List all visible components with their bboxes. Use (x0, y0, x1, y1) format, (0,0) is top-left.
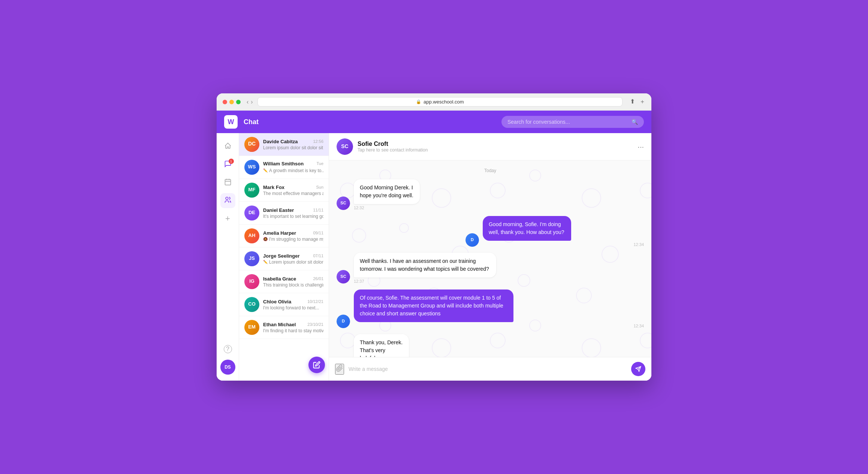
page-title: Chat (244, 118, 259, 126)
conv-item-isabella[interactable]: IG Isabella Grace 26/01 This training bl… (239, 270, 329, 293)
message-2-container: Good morning, Sofie. I'm doing well, tha… (483, 216, 644, 247)
conv-item-chloe[interactable]: CO Chloe Olivia 10/12/21 I'm looking for… (239, 293, 329, 316)
conv-item-daniel[interactable]: DE Daniel Easter 11/11 It's important to… (239, 202, 329, 225)
conv-preview-isabella: This training block is challenging,... (263, 282, 323, 288)
svg-point-4 (226, 197, 228, 200)
conv-item-mark[interactable]: MF Mark Fox Sun The most effective manag… (239, 179, 329, 202)
nav-groups[interactable] (220, 193, 235, 208)
conv-info-amelia: Amelia Harper 09/11 🔕 I'm struggling to … (263, 230, 323, 242)
share-icon[interactable]: ⬆ (630, 98, 635, 106)
message-5-container: Thank you, Derek. That's very helpful. 1… (354, 334, 454, 357)
conv-info-daniel: Daniel Easter 11/11 It's important to se… (263, 207, 323, 219)
chat-contact-sub[interactable]: Tap here to see contact information (358, 147, 633, 153)
user-avatar[interactable]: DS (220, 360, 235, 375)
conv-time-amelia: 09/11 (313, 231, 323, 235)
nav-help[interactable]: ? (220, 342, 235, 357)
svg-text:DC: DC (248, 141, 256, 147)
home-icon (224, 142, 232, 152)
conv-name-davide: Davide Cabitza (263, 139, 298, 144)
conv-item-ethan[interactable]: EM Ethan Michael 23/10/21 I'm finding it… (239, 316, 329, 339)
logo: W (224, 115, 238, 129)
conv-name-isabella: Isabella Grace (263, 276, 296, 282)
new-tab-icon[interactable]: ＋ (639, 98, 645, 106)
svg-rect-0 (225, 179, 230, 185)
chat-header-info: Sofie Croft Tap here to see contact info… (358, 141, 633, 153)
browser-actions: ⬆ ＋ (630, 98, 645, 106)
svg-text:JS: JS (249, 255, 255, 261)
message-2-bubble: Good morning, Sofie. I'm doing well, tha… (483, 216, 572, 241)
conv-info-mark: Mark Fox Sun The most effective managers… (263, 184, 323, 196)
conv-preview-william: ✏️ A growth mindset is key to... 12 (263, 167, 323, 174)
search-input[interactable] (507, 119, 629, 125)
msg-avatar-derek-4: D (337, 315, 350, 328)
conv-time-davide: 12:56 (313, 139, 323, 144)
conv-name-chloe: Chloe Olivia (263, 299, 291, 304)
conv-avatar-isabella: IG (244, 274, 259, 289)
calendar-icon (224, 178, 232, 188)
svg-text:DE: DE (248, 210, 255, 215)
message-row-4: Of course, Sofie. The assessment will co… (337, 290, 644, 328)
conv-name-william: William Smithson (263, 161, 304, 166)
attach-button[interactable] (335, 364, 344, 375)
conv-item-william[interactable]: WS William Smithson Tue ✏️ A growth mind… (239, 156, 329, 179)
chat-messages: Today SC Good Morning Derek. I hope you'… (329, 160, 651, 357)
message-input[interactable] (349, 366, 627, 372)
back-button[interactable]: ‹ (247, 99, 248, 105)
message-3-container: Well thanks. I have an assessment on our… (354, 253, 612, 284)
conv-item-amelia[interactable]: AH Amelia Harper 09/11 🔕 I'm struggling … (239, 225, 329, 248)
conv-preview-ethan: I'm finding it hard to stay motivate... (263, 328, 323, 333)
address-bar[interactable]: 🔒 app.weschool.com (257, 97, 623, 106)
chat-area: SC Sofie Croft Tap here to see contact i… (329, 133, 651, 381)
compose-button[interactable] (308, 357, 325, 373)
send-button[interactable] (631, 362, 645, 376)
app-container: W Chat 🔍 1 (217, 111, 651, 381)
message-3-bubble: Well thanks. I have an assessment on our… (354, 253, 496, 278)
browser-window: ‹ › 🔒 app.weschool.com ⬆ ＋ W Chat 🔍 (217, 93, 651, 381)
url-text: app.weschool.com (424, 99, 464, 105)
conv-info-william: William Smithson Tue ✏️ A growth mindset… (263, 161, 323, 174)
minimize-button[interactable] (229, 100, 234, 104)
maximize-button[interactable] (236, 100, 241, 104)
pencil-icon: ✏️ (263, 168, 268, 172)
conv-avatar-davide: DC (244, 137, 259, 152)
svg-text:MF: MF (248, 187, 256, 192)
conv-info-jorge: Jorge Seelinger 07/11 ✏️ Lorem ipsum dol… (263, 253, 323, 265)
msg-avatar-sofie-1: SC (337, 196, 350, 210)
conv-preview-jorge: ✏️ Lorem ipsum dolor sit dolor sit lore.… (263, 260, 323, 265)
svg-text:SC: SC (341, 143, 348, 149)
nav-home[interactable] (220, 139, 235, 154)
help-icon: ? (224, 345, 232, 353)
pencil-icon-jorge: ✏️ (263, 260, 268, 264)
conv-name-daniel: Daniel Easter (263, 207, 294, 213)
conv-item-jorge[interactable]: JS Jorge Seelinger 07/11 ✏️ Lorem ipsum … (239, 248, 329, 270)
message-4-container: Of course, Sofie. The assessment will co… (354, 290, 644, 328)
conv-name-ethan: Ethan Michael (263, 322, 296, 327)
message-row-3: SC Well thanks. I have an assessment on … (337, 253, 644, 284)
nav-add[interactable]: + (220, 211, 235, 226)
conv-preview-amelia: 🔕 I'm struggling to manage my time,... (263, 237, 323, 242)
conv-avatar-ethan: EM (244, 320, 259, 335)
conv-item-davide[interactable]: DC Davide Cabitza 12:56 Lorem ipsum dolo… (239, 133, 329, 156)
nav-chat[interactable]: 1 (220, 157, 235, 172)
browser-nav-buttons: ‹ › (247, 99, 253, 105)
message-5-bubble: Thank you, Derek. That's very helpful. (354, 334, 409, 357)
date-divider: Today (337, 168, 644, 173)
conv-avatar-jorge: JS (244, 251, 259, 266)
svg-text:SC: SC (340, 201, 346, 205)
message-1-bubble: Good Morning Derek. I hope you're doing … (354, 179, 420, 204)
message-1-container: Good Morning Derek. I hope you're doing … (354, 179, 474, 210)
browser-chrome: ‹ › 🔒 app.weschool.com ⬆ ＋ (217, 93, 651, 111)
mute-icon: 🔕 (263, 237, 268, 241)
chat-badge: 1 (229, 159, 234, 164)
chat-more-options[interactable]: ··· (638, 142, 644, 151)
conv-list-wrapper: DC Davide Cabitza 12:56 Lorem ipsum dolo… (239, 133, 329, 381)
close-button[interactable] (223, 100, 227, 104)
nav-calendar[interactable] (220, 175, 235, 190)
conv-time-ethan: 23/10/21 (307, 322, 323, 327)
forward-button[interactable]: › (251, 99, 253, 105)
conv-preview-chloe: I'm looking forward to next... (263, 305, 323, 310)
message-2-time: 12:34 (483, 242, 644, 247)
conv-name-mark: Mark Fox (263, 184, 284, 190)
conv-time-isabella: 26/01 (313, 276, 323, 281)
conv-info-ethan: Ethan Michael 23/10/21 I'm finding it ha… (263, 322, 323, 333)
